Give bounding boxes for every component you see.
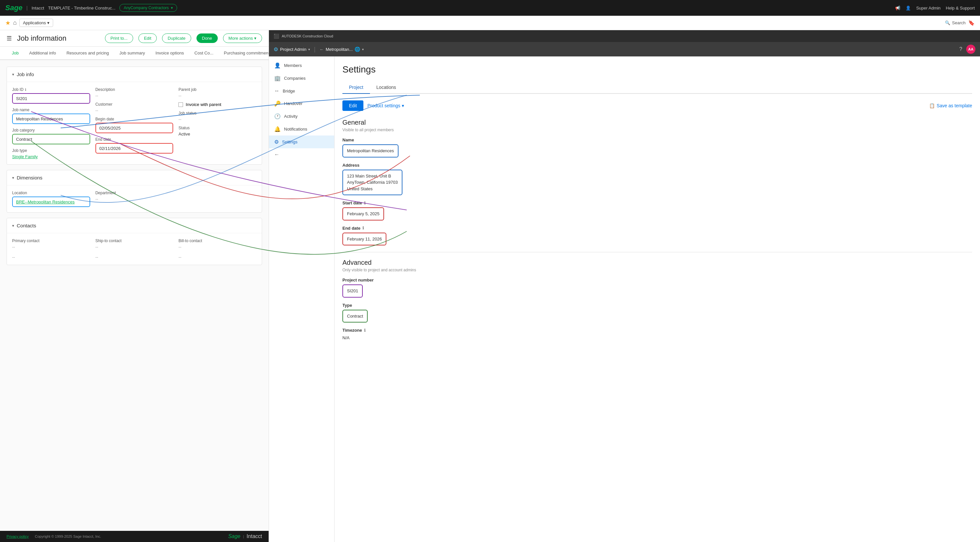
- job-info-section: ▾ Job info Job ID ℹ SI201: [6, 67, 262, 165]
- project-admin-selector[interactable]: ⚙ Project Admin ▾: [274, 46, 310, 53]
- project-number-field: Project number SI201: [342, 277, 972, 298]
- contacts-title: Contacts: [17, 223, 36, 228]
- menu-icon[interactable]: ☰: [6, 35, 12, 42]
- job-name-value: Metropolitan Residences: [12, 113, 90, 124]
- tab-job-summary[interactable]: Job summary: [114, 46, 150, 60]
- super-admin-label[interactable]: Super Admin: [916, 6, 940, 11]
- sidebar-item-bridge[interactable]: ↔ Bridge: [269, 84, 334, 97]
- bridge-icon: ↔: [274, 88, 280, 94]
- section-divider: [342, 252, 972, 252]
- dropdown-arrow-icon: ▾: [362, 48, 364, 51]
- general-subtitle: Visible to all project members: [342, 128, 972, 132]
- autodesk-subbar: ⚙ Project Admin ▾ | ← Metropolitan... 🌐 …: [269, 42, 980, 56]
- settings-icon: ⚙: [274, 139, 279, 145]
- print-button[interactable]: Print to...: [105, 33, 133, 43]
- project-name-selector[interactable]: ← Metropolitan... 🌐 ▾: [320, 46, 364, 52]
- tab-resources-pricing[interactable]: Resources and pricing: [61, 46, 114, 60]
- sidebar-item-activity[interactable]: 🕐 Activity: [269, 110, 334, 123]
- type-field: Type Contract: [342, 303, 972, 323]
- sidebar-item-companies[interactable]: 🏢 Companies: [269, 72, 334, 84]
- subbar-right: ? AA: [959, 45, 975, 54]
- company-selector[interactable]: AnyCompany Contractors ▾: [119, 4, 177, 12]
- collapse-chevron: ▾: [12, 72, 14, 77]
- more-actions-button[interactable]: More actions ▾: [223, 33, 262, 43]
- contacts-section: ▾ Contacts Primary contact -- Ship-to co…: [6, 218, 262, 265]
- contact-row2-col2: --: [95, 255, 173, 260]
- advanced-section: Advanced Only visible to project and acc…: [342, 259, 972, 341]
- end-date-field: End date ℹ February 11, 2026: [342, 226, 972, 246]
- job-category-field: Job category Contract: [12, 128, 90, 144]
- user-avatar[interactable]: AA: [966, 45, 975, 54]
- autodesk-logo-icon: ⬛: [274, 33, 279, 39]
- job-id-field: Job ID ℹ SI201: [12, 87, 90, 104]
- invoice-parent-checkbox[interactable]: [178, 102, 183, 107]
- page-title: Job information: [17, 34, 100, 43]
- applications-menu[interactable]: Applications ▾: [19, 19, 53, 27]
- search-area[interactable]: 🔍 Search: [945, 20, 966, 25]
- sidebar-item-members[interactable]: 👤 Members: [269, 59, 334, 72]
- edit-bar: Edit Product settings ▾ 📋 Save as templa…: [342, 100, 972, 111]
- dimensions-header[interactable]: ▾ Dimensions: [7, 170, 262, 185]
- location-value: BRE--Metropolitan Residences: [12, 196, 90, 207]
- contacts-header[interactable]: ▾ Contacts: [7, 218, 262, 233]
- dimensions-title: Dimensions: [17, 175, 42, 180]
- sidebar-item-handover[interactable]: 🔑 Handover: [269, 97, 334, 110]
- customer-field: Customer --: [95, 102, 173, 113]
- tab-additional-info[interactable]: Additional info: [24, 46, 61, 60]
- sidebar-item-settings[interactable]: ⚙ Settings: [269, 136, 334, 148]
- name-value: Metropolitan Residences: [342, 144, 398, 158]
- product-settings-button[interactable]: Product settings ▾: [368, 103, 404, 108]
- duplicate-button[interactable]: Duplicate: [162, 33, 191, 43]
- job-type-field: Job type Single Family: [12, 148, 90, 159]
- general-section: General Visible to all project members N…: [342, 119, 972, 245]
- job-header: ☰ Job information Print to... Edit Dupli…: [0, 30, 269, 46]
- edit-button[interactable]: Edit: [342, 100, 363, 111]
- tab-invoice-options[interactable]: Invoice options: [150, 46, 189, 60]
- job-type-value[interactable]: Single Family: [12, 154, 90, 159]
- sidebar-item-notifications[interactable]: 🔔 Notifications: [269, 123, 334, 136]
- job-info-title: Job info: [17, 72, 34, 77]
- favorites-star[interactable]: ★: [5, 19, 11, 27]
- settings-title: Settings: [342, 64, 972, 75]
- home-icon[interactable]: ⌂: [13, 19, 17, 26]
- bookmark-icon[interactable]: 🔖: [968, 20, 975, 26]
- job-info-col1: Job ID ℹ SI201 Job name Metropolitan Res…: [12, 87, 90, 159]
- tab-purchasing[interactable]: Purchasing commitments: [219, 46, 269, 60]
- contact-row2-col1: --: [12, 255, 90, 260]
- gear-icon: ⚙: [274, 46, 278, 53]
- collapse-chevron: ▾: [12, 175, 14, 180]
- primary-contact-field: Primary contact --: [12, 239, 90, 249]
- job-info-header[interactable]: ▾ Job info: [7, 67, 262, 82]
- end-date-field: End date 02/11/2026: [95, 137, 173, 153]
- top-nav-divider: |: [27, 5, 28, 11]
- help-support-link[interactable]: Help & Support: [946, 6, 975, 11]
- job-status-value: --: [178, 117, 256, 122]
- job-category-value: Contract: [12, 134, 90, 144]
- dimensions-body: Location BRE--Metropolitan Residences De…: [7, 185, 262, 212]
- back-arrow-icon: ←: [320, 47, 324, 52]
- help-icon[interactable]: ?: [959, 46, 962, 52]
- job-info-col2: Description -- Customer -- Begin date 02…: [95, 87, 173, 159]
- save-as-template-button[interactable]: 📋 Save as template: [929, 103, 972, 108]
- sidebar-back-arrow[interactable]: ←: [269, 148, 334, 161]
- done-button[interactable]: Done: [196, 33, 218, 43]
- tab-project[interactable]: Project: [342, 81, 370, 94]
- status-field: Status Active: [178, 126, 256, 137]
- project-number-value: SI201: [342, 284, 363, 298]
- address-value: 123 Main Street, Unit B AnyTown, Califor…: [342, 170, 402, 196]
- job-content: ▾ Job info Job ID ℹ SI201: [0, 60, 269, 531]
- tab-cost-co[interactable]: Cost Co...: [189, 46, 219, 60]
- timezone-value: N/A: [342, 335, 972, 341]
- user-icon: 👤: [905, 6, 911, 11]
- privacy-link[interactable]: Privacy policy: [6, 534, 29, 539]
- start-date-value: February 5, 2025: [342, 207, 384, 220]
- edit-button[interactable]: Edit: [138, 33, 157, 43]
- parent-job-value: --: [178, 93, 256, 98]
- info-icon: ℹ: [364, 328, 366, 333]
- advanced-title: Advanced: [342, 259, 972, 266]
- tab-job[interactable]: Job: [6, 46, 24, 60]
- status-value: Active: [178, 132, 256, 137]
- info-icon: ℹ: [364, 201, 366, 206]
- dropdown-arrow-icon: ▾: [308, 48, 310, 51]
- tab-locations[interactable]: Locations: [370, 81, 403, 94]
